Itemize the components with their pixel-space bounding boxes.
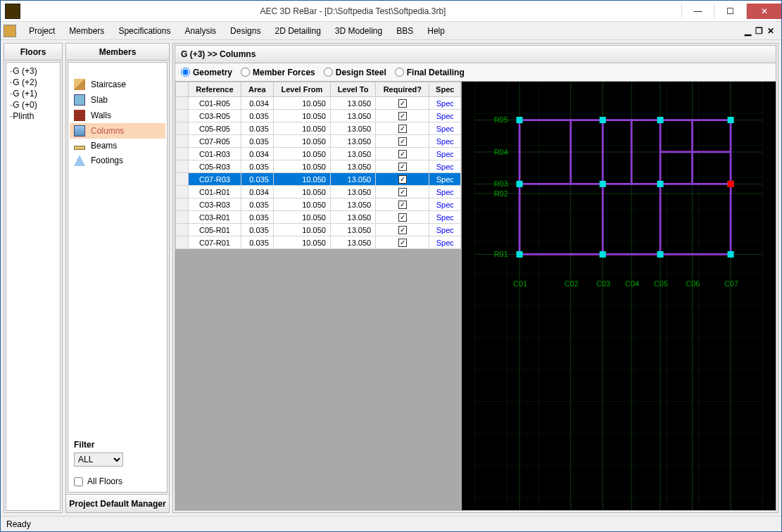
spec-link[interactable]: Spec — [429, 110, 461, 122]
svg-rect-70 — [728, 181, 734, 187]
member-columns[interactable]: Columns — [70, 123, 165, 139]
col-header[interactable]: Required? — [376, 82, 429, 97]
table-row[interactable]: C03-R050.03510.05013.050✓Spec — [176, 110, 461, 122]
tab-design-steel[interactable]: Design Steel — [324, 68, 386, 77]
project-default-manager-button[interactable]: Project Default Manager — [66, 494, 169, 512]
table-row[interactable]: C05-R030.03510.05013.050✓Spec — [176, 160, 461, 173]
spec-link[interactable]: Spec — [429, 236, 461, 249]
filter-label: Filter — [74, 440, 161, 450]
svg-text:R03: R03 — [494, 179, 508, 188]
member-label: Slab — [91, 95, 108, 105]
floor-item[interactable]: G (+1) — [8, 88, 58, 99]
tab-geometry[interactable]: Geometry — [181, 68, 232, 77]
tab-member-forces[interactable]: Member Forces — [241, 68, 315, 77]
spec-link[interactable]: Spec — [429, 135, 461, 148]
slab-icon — [74, 94, 85, 106]
filter-select[interactable]: ALL — [74, 452, 123, 467]
spec-link[interactable]: Spec — [429, 211, 461, 224]
menu-2d-detailing[interactable]: 2D Detailing — [267, 23, 327, 39]
member-slab[interactable]: Slab — [70, 92, 165, 108]
table-row[interactable]: C05-R050.03510.05013.050✓Spec — [176, 122, 461, 135]
content-header: G (+3) >> Columns — [175, 45, 776, 63]
mdi-restore-icon[interactable]: ❐ — [755, 26, 763, 36]
tab-final-detailing[interactable]: Final Detailing — [395, 68, 465, 77]
col-header[interactable]: Level To — [330, 82, 375, 97]
status-text: Ready — [6, 519, 31, 529]
svg-rect-66 — [517, 251, 523, 258]
maximize-button[interactable]: ☐ — [714, 4, 746, 19]
window-title: AEC 3D ReBar - [D:\Softpedia Test\Softpe… — [25, 6, 681, 16]
menu-specifications[interactable]: Specifications — [111, 23, 177, 39]
app-window: AEC 3D ReBar - [D:\Softpedia Test\Softpe… — [0, 0, 782, 532]
svg-text:R04: R04 — [494, 148, 508, 156]
floor-item[interactable]: Plinth — [8, 110, 58, 122]
table-row[interactable]: C05-R010.03510.05013.050✓Spec — [176, 224, 461, 236]
mdi-minimize-icon[interactable]: ▁ — [745, 26, 751, 36]
beam-icon — [74, 146, 85, 150]
column-icon — [74, 125, 85, 137]
menu-help[interactable]: Help — [420, 23, 452, 39]
spec-link[interactable]: Spec — [429, 198, 461, 211]
minimize-button[interactable]: — — [681, 4, 714, 19]
table-row[interactable]: C01-R030.03410.05013.050✓Spec — [176, 148, 461, 160]
member-label: Footings — [91, 156, 123, 165]
plan-viewport[interactable]: R05R04R03R02R01C01C02C03C04C05C06C07 — [461, 82, 776, 510]
wall-icon — [74, 110, 85, 121]
table-row[interactable]: C07-R030.03510.05013.050✓Spec — [176, 173, 461, 186]
mdi-close-icon[interactable]: ✕ — [767, 26, 774, 36]
table-row[interactable]: C07-R050.03510.05013.050✓Spec — [176, 135, 461, 148]
spec-link[interactable]: Spec — [429, 148, 461, 160]
menu-members[interactable]: Members — [62, 23, 111, 39]
footing-icon — [74, 155, 85, 166]
member-walls[interactable]: Walls — [70, 108, 165, 123]
member-label: Columns — [91, 126, 124, 136]
all-floors-checkbox[interactable] — [74, 477, 83, 486]
svg-rect-64 — [657, 181, 664, 187]
table-row[interactable]: C03-R030.03510.05013.050✓Spec — [176, 198, 461, 211]
spec-link[interactable]: Spec — [429, 224, 461, 236]
table-row[interactable]: C01-R010.03410.05013.050✓Spec — [176, 186, 461, 198]
menu-3d-modeling[interactable]: 3D Modeling — [328, 23, 389, 39]
svg-text:R05: R05 — [494, 115, 508, 124]
columns-table[interactable]: ReferenceAreaLevel FromLevel ToRequired?… — [175, 82, 461, 249]
svg-text:C02: C02 — [565, 279, 579, 288]
spec-link[interactable]: Spec — [429, 160, 461, 173]
app-icon — [5, 4, 20, 19]
member-label: Walls — [91, 110, 111, 120]
member-staircase[interactable]: Staircase — [70, 77, 165, 92]
svg-rect-63 — [600, 181, 606, 187]
menu-project[interactable]: Project — [22, 23, 62, 39]
members-list: StaircaseSlabWallsColumnsBeamsFootings — [68, 63, 167, 434]
svg-text:C03: C03 — [596, 279, 610, 288]
svg-text:C04: C04 — [625, 279, 639, 288]
spec-link[interactable]: Spec — [429, 97, 461, 110]
menu-bbs[interactable]: BBS — [389, 23, 420, 39]
member-label: Staircase — [91, 80, 126, 89]
close-button[interactable]: ✕ — [746, 4, 781, 19]
col-header[interactable]: Spec — [429, 82, 461, 97]
table-row[interactable]: C07-R010.03510.05013.050✓Spec — [176, 236, 461, 249]
member-beams[interactable]: Beams — [70, 139, 165, 153]
floor-item[interactable]: G (+0) — [8, 99, 58, 110]
spec-link[interactable]: Spec — [429, 186, 461, 198]
svg-text:C07: C07 — [724, 279, 738, 288]
table-row[interactable]: C01-R050.03410.05013.050✓Spec — [176, 97, 461, 110]
floor-item[interactable]: G (+2) — [8, 77, 58, 88]
menu-designs[interactable]: Designs — [223, 23, 267, 39]
spec-link[interactable]: Spec — [429, 122, 461, 135]
svg-text:C06: C06 — [686, 279, 700, 288]
stair-icon — [74, 79, 85, 90]
table-row[interactable]: C03-R010.03510.05013.050✓Spec — [176, 211, 461, 224]
col-header[interactable]: Reference — [189, 82, 241, 97]
floor-item[interactable]: G (+3) — [8, 65, 58, 77]
spec-link[interactable]: Spec — [429, 173, 461, 186]
menu-analysis[interactable]: Analysis — [177, 23, 223, 39]
floors-list: G (+3)G (+2)G (+1)G (+0)Plinth — [6, 62, 61, 511]
content-tabs: GeometryMember ForcesDesign SteelFinal D… — [175, 63, 776, 82]
col-header[interactable]: Area — [241, 82, 273, 97]
col-header[interactable]: Level From — [273, 82, 330, 97]
svg-rect-68 — [657, 251, 664, 258]
svg-rect-59 — [600, 117, 606, 123]
member-footings[interactable]: Footings — [70, 153, 165, 168]
svg-text:C01: C01 — [513, 279, 527, 288]
